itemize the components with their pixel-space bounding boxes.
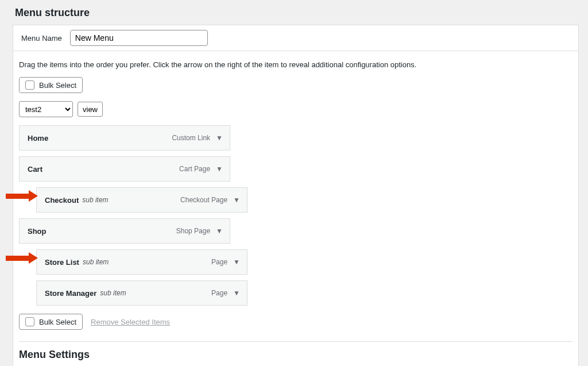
menu-item-title: Checkout (45, 196, 79, 205)
instructions-text: Drag the items into the order you prefer… (19, 60, 572, 69)
menu-item-title: Cart (28, 165, 42, 174)
menu-items-list: HomeCustom Link▼CartCart Page▼Checkoutsu… (19, 125, 572, 306)
menu-settings-title: Menu Settings (19, 349, 572, 361)
chevron-down-icon[interactable]: ▼ (216, 165, 223, 173)
menu-item-title: Store List (45, 258, 79, 267)
bulk-select-label: Bulk Select (39, 81, 76, 90)
chevron-down-icon[interactable]: ▼ (233, 196, 240, 204)
menu-item-title: Store Manager (45, 289, 96, 298)
bulk-select-top[interactable]: Bulk Select (19, 77, 83, 93)
bulk-select-checkbox-bottom[interactable] (25, 317, 34, 326)
menu-item[interactable]: Checkoutsub itemCheckout Page▼ (36, 187, 247, 213)
menu-item-type: Shop Page (176, 227, 210, 235)
sub-item-label: sub item (100, 289, 126, 297)
chevron-down-icon[interactable]: ▼ (233, 258, 240, 266)
page-title: Menu structure (0, 0, 588, 25)
menu-item[interactable]: HomeCustom Link▼ (19, 125, 230, 151)
menu-item-type: Page (211, 258, 227, 266)
menu-panel: Menu Name Drag the items into the order … (13, 25, 579, 366)
view-button[interactable]: view (78, 102, 103, 117)
menu-item[interactable]: Store Listsub itemPage▼ (36, 249, 247, 275)
pointer-arrow-icon (6, 256, 29, 261)
menu-item-title: Shop (28, 227, 47, 236)
remove-selected-link[interactable]: Remove Selected Items (91, 318, 170, 326)
bulk-select-label-bottom: Bulk Select (39, 318, 76, 326)
menu-name-label: Menu Name (21, 34, 62, 43)
chevron-down-icon[interactable]: ▼ (216, 227, 223, 235)
sub-item-label: sub item (83, 258, 109, 266)
chevron-down-icon[interactable]: ▼ (233, 289, 240, 297)
menu-item[interactable]: ShopShop Page▼ (19, 218, 230, 244)
pointer-arrow-icon (6, 194, 29, 199)
menu-item-type: Checkout Page (180, 196, 227, 204)
menu-item[interactable]: CartCart Page▼ (19, 156, 230, 182)
menu-item-type: Custom Link (172, 134, 210, 142)
chevron-down-icon[interactable]: ▼ (216, 134, 223, 142)
menu-item-type: Cart Page (179, 165, 210, 173)
group-select[interactable]: test2 (19, 101, 73, 117)
sub-item-label: sub item (82, 196, 108, 204)
menu-name-row: Menu Name (13, 25, 578, 51)
bulk-select-bottom[interactable]: Bulk Select (19, 314, 83, 330)
menu-item-title: Home (28, 134, 48, 142)
menu-item-type: Page (211, 289, 227, 297)
menu-item[interactable]: Store Managersub itemPage▼ (36, 280, 247, 306)
menu-name-input[interactable] (70, 30, 208, 46)
bulk-select-checkbox-top[interactable] (25, 80, 34, 90)
